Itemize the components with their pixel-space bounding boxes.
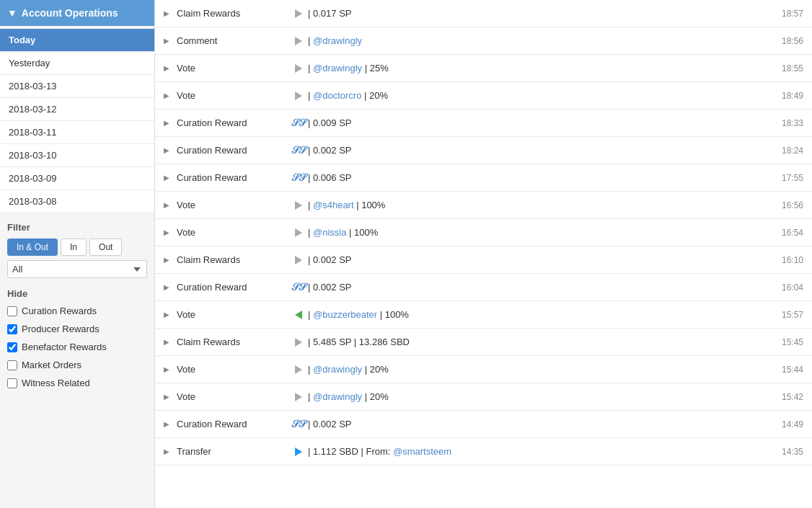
checkbox-label: Benefactor Rewards bbox=[22, 342, 107, 352]
checkbox-item[interactable]: Curation Rewards bbox=[0, 302, 154, 320]
expand-icon[interactable]: ▶ bbox=[164, 37, 177, 45]
op-details: | @drawingly | 20% bbox=[292, 363, 767, 376]
op-details: | 5.485 SP | 13.286 SBD bbox=[292, 336, 767, 349]
expand-icon[interactable]: ▶ bbox=[164, 393, 177, 401]
filter-btn[interactable]: Out bbox=[89, 239, 122, 256]
table-row[interactable]: ▶Curation Reward𝒮𝒮| 0.009 SP18:33 bbox=[155, 110, 812, 137]
transfer-icon bbox=[295, 447, 302, 456]
arrow-right-icon bbox=[295, 256, 302, 264]
op-details: 𝒮𝒮| 0.006 SP bbox=[292, 171, 767, 184]
date-item[interactable]: 2018-03-12 bbox=[0, 98, 154, 121]
table-row[interactable]: ▶Claim Rewards| 0.017 SP18:57 bbox=[155, 0, 812, 27]
op-mention[interactable]: @buzzerbeater bbox=[313, 309, 377, 320]
op-mention[interactable]: @drawingly bbox=[313, 391, 362, 402]
op-type: Vote bbox=[177, 90, 292, 101]
expand-icon[interactable]: ▶ bbox=[164, 146, 177, 154]
op-type: Vote bbox=[177, 391, 292, 402]
op-time: 17:55 bbox=[767, 173, 803, 183]
expand-icon[interactable]: ▶ bbox=[164, 420, 177, 428]
op-detail-text: | @drawingly | 25% bbox=[308, 63, 389, 73]
table-row[interactable]: ▶Vote| @drawingly | 20%15:42 bbox=[155, 383, 812, 411]
date-item[interactable]: 2018-03-13 bbox=[0, 75, 154, 98]
expand-icon[interactable]: ▶ bbox=[164, 447, 177, 455]
table-row[interactable]: ▶Vote| @nissla | 100%16:54 bbox=[155, 219, 812, 246]
op-mention[interactable]: @smartsteem bbox=[393, 446, 451, 457]
table-row[interactable]: ▶Vote| @doctorcro | 20%18:49 bbox=[155, 82, 812, 110]
date-list: TodayYesterday2018-03-132018-03-122018-0… bbox=[0, 26, 154, 216]
operations-list: ▶Claim Rewards| 0.017 SP18:57▶Comment| @… bbox=[155, 0, 812, 508]
op-details: | 1.112 SBD | From: @smartsteem bbox=[292, 445, 767, 458]
table-row[interactable]: ▶Curation Reward𝒮𝒮| 0.006 SP17:55 bbox=[155, 164, 812, 192]
table-row[interactable]: ▶Vote| @drawingly | 20%15:44 bbox=[155, 356, 812, 383]
filter-btn[interactable]: In bbox=[61, 239, 87, 256]
account-operations-header: ▼ Account Operations bbox=[0, 0, 154, 26]
table-row[interactable]: ▶Curation Reward𝒮𝒮| 0.002 SP18:24 bbox=[155, 137, 812, 164]
expand-icon[interactable]: ▶ bbox=[164, 338, 177, 346]
op-detail-text: | @drawingly bbox=[308, 35, 362, 46]
arrow-right-icon bbox=[295, 201, 302, 210]
table-row[interactable]: ▶Comment| @drawingly18:56 bbox=[155, 27, 812, 55]
op-time: 15:45 bbox=[767, 337, 803, 347]
checkbox[interactable] bbox=[7, 360, 17, 370]
expand-icon[interactable]: ▶ bbox=[164, 119, 177, 127]
date-item[interactable]: 2018-03-08 bbox=[0, 190, 154, 213]
table-row[interactable]: ▶Vote| @drawingly | 25%18:55 bbox=[155, 55, 812, 82]
op-mention[interactable]: @s4heart bbox=[313, 200, 354, 210]
op-mention[interactable]: @drawingly bbox=[313, 35, 362, 46]
op-time: 18:49 bbox=[767, 91, 803, 101]
op-time: 16:04 bbox=[767, 282, 803, 293]
filter-label: Filter bbox=[0, 216, 154, 236]
steem-icon: 𝒮𝒮 bbox=[292, 418, 305, 431]
date-item[interactable]: Yesterday bbox=[0, 52, 154, 75]
date-item[interactable]: 2018-03-11 bbox=[0, 121, 154, 144]
op-mention[interactable]: @drawingly bbox=[313, 364, 362, 375]
arrow-right-icon bbox=[295, 228, 302, 237]
checkbox-item[interactable]: Witness Related bbox=[0, 374, 154, 392]
op-details: | 0.017 SP bbox=[292, 7, 767, 20]
table-row[interactable]: ▶Vote| @s4heart | 100%16:56 bbox=[155, 192, 812, 219]
op-mention[interactable]: @drawingly bbox=[313, 63, 362, 73]
expand-icon[interactable]: ▶ bbox=[164, 92, 177, 99]
op-detail-text: | @buzzerbeater | 100% bbox=[308, 309, 409, 320]
op-details: | @s4heart | 100% bbox=[292, 199, 767, 212]
filter-btn[interactable]: In & Out bbox=[7, 239, 58, 256]
checkbox[interactable] bbox=[7, 378, 17, 388]
checkbox-item[interactable]: Market Orders bbox=[0, 356, 154, 374]
op-mention[interactable]: @doctorcro bbox=[313, 90, 361, 101]
date-item[interactable]: 2018-03-09 bbox=[0, 167, 154, 190]
expand-icon[interactable]: ▶ bbox=[164, 283, 177, 291]
op-mention[interactable]: @nissla bbox=[313, 227, 346, 238]
checkbox[interactable] bbox=[7, 324, 17, 334]
op-time: 18:57 bbox=[767, 9, 803, 19]
table-row[interactable]: ▶Claim Rewards| 5.485 SP | 13.286 SBD15:… bbox=[155, 329, 812, 356]
op-detail-text: | @nissla | 100% bbox=[308, 227, 378, 238]
checkbox-item[interactable]: Producer Rewards bbox=[0, 320, 154, 338]
op-detail-text: | 0.002 SP bbox=[308, 282, 351, 293]
checkbox[interactable] bbox=[7, 306, 17, 316]
table-row[interactable]: ▶Curation Reward𝒮𝒮| 0.002 SP16:04 bbox=[155, 274, 812, 301]
expand-icon[interactable]: ▶ bbox=[164, 64, 177, 72]
checkbox-item[interactable]: Benefactor Rewards bbox=[0, 338, 154, 356]
table-row[interactable]: ▶Vote| @buzzerbeater | 100%15:57 bbox=[155, 301, 812, 329]
expand-icon[interactable]: ▶ bbox=[164, 365, 177, 373]
table-row[interactable]: ▶Claim Rewards| 0.002 SP16:10 bbox=[155, 246, 812, 274]
op-time: 15:44 bbox=[767, 365, 803, 375]
date-item[interactable]: Today bbox=[0, 29, 154, 52]
op-details: | @drawingly bbox=[292, 35, 767, 48]
expand-icon[interactable]: ▶ bbox=[164, 201, 177, 209]
hide-label: Hide bbox=[0, 284, 154, 302]
expand-icon[interactable]: ▶ bbox=[164, 174, 177, 182]
filter-buttons: In & OutInOut bbox=[0, 236, 154, 260]
expand-icon[interactable]: ▶ bbox=[164, 228, 177, 236]
date-item[interactable]: 2018-03-10 bbox=[0, 144, 154, 167]
op-detail-text: | 0.017 SP bbox=[308, 8, 351, 19]
checkbox[interactable] bbox=[7, 342, 17, 352]
op-type: Curation Reward bbox=[177, 419, 292, 429]
expand-icon[interactable]: ▶ bbox=[164, 256, 177, 264]
table-row[interactable]: ▶Curation Reward𝒮𝒮| 0.002 SP14:49 bbox=[155, 411, 812, 438]
expand-icon[interactable]: ▶ bbox=[164, 9, 177, 17]
op-type: Vote bbox=[177, 309, 292, 320]
table-row[interactable]: ▶Transfer| 1.112 SBD | From: @smartsteem… bbox=[155, 438, 812, 465]
expand-icon[interactable]: ▶ bbox=[164, 311, 177, 318]
all-dropdown[interactable]: AllTransfersRewardsVotes bbox=[7, 260, 147, 278]
